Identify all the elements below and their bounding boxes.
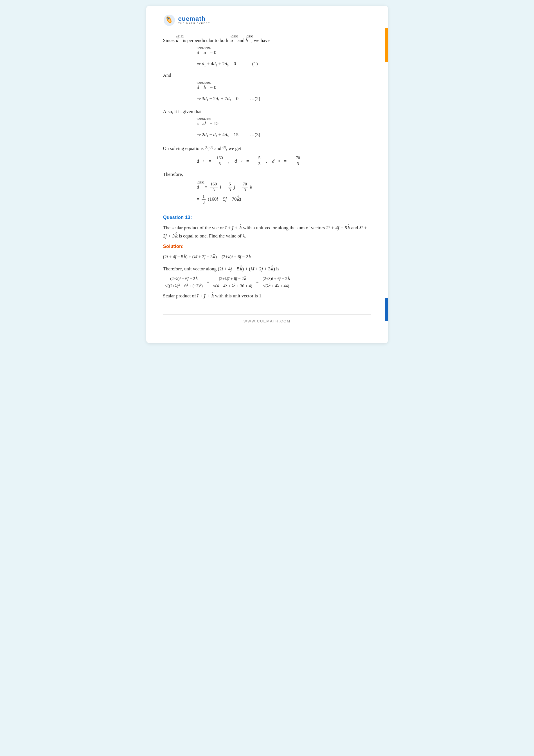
eq-da-line: d.a = 0 bbox=[197, 47, 371, 58]
question-text: The scalar product of the vector î + ĵ +… bbox=[163, 224, 371, 240]
therefore-unit-paragraph: Therefore, unit vector along (2î + 4ĵ − … bbox=[163, 265, 371, 273]
d-f1-frac: 160 3 bbox=[210, 181, 218, 193]
d-values-line: d1 = 160 3 , d2 = − 5 3 , d3 = − 70 3 bbox=[197, 155, 371, 167]
logo-text-block: cuemath THE MATH EXPERT bbox=[178, 15, 210, 25]
blue-bar bbox=[385, 298, 388, 321]
d-f2-frac: 5 3 bbox=[228, 181, 232, 193]
therefore-paragraph: Therefore, bbox=[163, 171, 371, 179]
d2-fraction: 5 3 bbox=[258, 155, 262, 167]
unit-frac-1: (2+λ)î + 6ĵ − 2k̂ √((2+λ)2 + 62 + (−2)2) bbox=[164, 276, 204, 289]
d-vec: d bbox=[176, 37, 182, 45]
eq-cd-block: c.d = 15 ⇒ 2d1 − d2 + 4d3 = 15 …(3) bbox=[197, 119, 371, 140]
d-formula-line2: = 1 3 (160î − 5ĵ − 70k̂) bbox=[197, 194, 371, 205]
eq-db-line: d.b = 0 bbox=[197, 82, 371, 93]
orange-bar bbox=[385, 28, 388, 62]
eq-cd-line: c.d = 15 bbox=[197, 119, 371, 128]
unit-frac-2: (2+λ)î + 6ĵ − 2k̂ √(4 + 4λ + λ2 + 36 + 4… bbox=[212, 276, 254, 289]
b-vec-label: b bbox=[246, 37, 252, 45]
unit-frac-3: (2+λ)î + 6ĵ − 2k̂ √(λ2 + 4λ + 44) bbox=[261, 276, 291, 289]
eq2-number: …(2) bbox=[250, 96, 260, 101]
logo-icon bbox=[163, 14, 175, 26]
eq3-number: …(3) bbox=[250, 132, 260, 137]
equals-sign-2: = bbox=[256, 279, 258, 286]
intro-paragraph: Since, d is perpendicular to both a and … bbox=[163, 37, 371, 45]
d1-fraction: 160 3 bbox=[216, 155, 224, 167]
eq-db-block: d.b = 0 ⇒ 3d1 − 2d2 + 7d3 = 0 …(2) bbox=[197, 82, 371, 103]
scalar-product-text: Scalar product of î + ĵ + k̂ with this u… bbox=[163, 292, 371, 300]
header: cuemath THE MATH EXPERT bbox=[163, 14, 371, 26]
page-card: cuemath THE MATH EXPERT Since, d is perp… bbox=[146, 6, 388, 343]
logo-subtitle: THE MATH EXPERT bbox=[178, 22, 210, 25]
solution-label: Solution: bbox=[163, 243, 371, 251]
footer: WWW.CUEMATH.COM bbox=[163, 314, 371, 323]
eq3-expand-line: ⇒ 2d1 − d2 + 4d3 = 15 …(3) bbox=[197, 130, 371, 140]
eq1-number: …(1) bbox=[247, 61, 258, 67]
d-values-block: d1 = 160 3 , d2 = − 5 3 , d3 = − 70 3 bbox=[197, 155, 371, 167]
and-label: And bbox=[163, 71, 371, 80]
solving-paragraph: On solving equations (1),(2) and (3), we… bbox=[163, 144, 371, 153]
d-f3-frac: 70 3 bbox=[242, 181, 248, 193]
d-formula-block: d = 160 3 i − 5 3 j − 70 3 k bbox=[197, 181, 371, 205]
eq-da-block: d.a = 0 ⇒ d1 + 4d2 + 2d3 = 0 …(1) bbox=[197, 47, 371, 68]
d-formula-line1: d = 160 3 i − 5 3 j − 70 3 k bbox=[197, 181, 371, 193]
one-third-frac: 1 3 bbox=[202, 194, 206, 205]
equals-sign-1: = bbox=[207, 279, 209, 286]
solution-sum-line: (2î + 4ĵ − 5k̂) + (λî + 2ĵ + 3k̂) = (2+λ… bbox=[163, 253, 371, 260]
eq2-expand-line: ⇒ 3d1 − 2d2 + 7d3 = 0 …(2) bbox=[197, 94, 371, 104]
main-content: Since, d is perpendicular to both a and … bbox=[163, 37, 371, 300]
also-paragraph: Also, it is given that bbox=[163, 108, 371, 116]
d3-fraction: 70 3 bbox=[295, 155, 301, 167]
question-label: Question 13: bbox=[163, 214, 371, 222]
eq1-expand-line: ⇒ d1 + 4d2 + 2d3 = 0 …(1) bbox=[197, 59, 371, 69]
a-vec-label: a bbox=[231, 37, 237, 45]
logo-cuemath: cuemath bbox=[178, 15, 210, 22]
unit-vector-row: (2+λ)î + 6ĵ − 2k̂ √((2+λ)2 + 62 + (−2)2)… bbox=[163, 276, 371, 289]
